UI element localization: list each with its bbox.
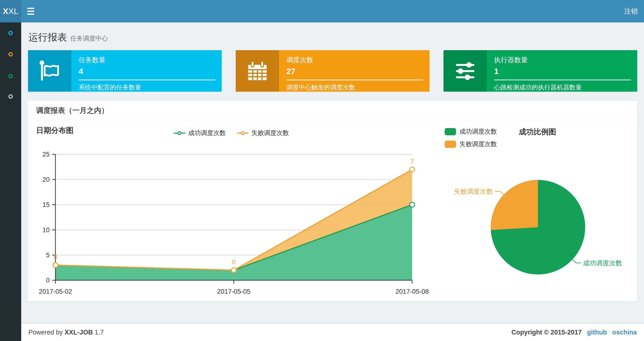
oschina-link[interactable]: oschina [612, 329, 637, 336]
sidebar-item-3[interactable] [0, 69, 21, 84]
pie-chart-title: 成功比例图 [508, 127, 566, 137]
line-area-chart[interactable]: 05101520252017-05-022017-05-052017-05-08… [29, 135, 434, 304]
divider [78, 80, 216, 80]
y-tick-label: 15 [42, 201, 50, 208]
app-logo[interactable]: XXL [0, 0, 21, 23]
pie-legend-item-fail[interactable]: 失败调度次数 [445, 140, 497, 148]
pie-label-line [572, 260, 581, 263]
circle-o-icon [8, 94, 13, 99]
pie-legend-item-success[interactable]: 成功调度次数 [445, 127, 497, 136]
circle-o-icon [8, 74, 13, 78]
calendar-icon [236, 50, 279, 92]
divider [494, 80, 631, 80]
powered-by: Powered by XXL-JOB 1.7 [28, 329, 104, 336]
logo-bold: X [3, 7, 8, 16]
stat-card-content: 执行器数量 1 心跳检测成功的执行器机器数量 [487, 50, 637, 92]
sidebar-toggle-button[interactable] [21, 0, 40, 23]
stat-card-value: 4 [78, 67, 216, 76]
point-label: 0 [54, 253, 57, 261]
page-subtitle: 任务调度中心 [70, 35, 108, 42]
sidebar-item-4[interactable] [0, 89, 21, 104]
panel-title: 调度报表（一月之内） [28, 101, 637, 120]
y-tick-label: 5 [46, 251, 50, 259]
pie-slice-label: 成功调度次数 [583, 259, 622, 267]
stat-card-title: 任务数量 [78, 56, 216, 65]
brand-name: XXL-JOB [64, 329, 93, 336]
flag-icon [28, 50, 71, 92]
stat-card-executors: 执行器数量 1 心跳检测成功的执行器机器数量 [444, 50, 637, 92]
y-tick-label: 0 [46, 277, 50, 284]
line-series-icon [174, 133, 185, 134]
version: 1.7 [95, 329, 104, 336]
marker-fail [232, 268, 236, 272]
circle-o-icon [8, 31, 13, 35]
footer: Powered by XXL-JOB 1.7 Copyright © 2015-… [21, 323, 644, 341]
stat-card-desc: 调度中心触发的调度次数 [286, 83, 423, 92]
pie-slice [491, 180, 538, 230]
stat-card-value: 27 [286, 67, 423, 76]
stat-card-content: 调度次数 27 调度中心触发的调度次数 [279, 50, 430, 92]
y-tick-label: 20 [42, 176, 50, 183]
marker-fail [410, 167, 414, 172]
point-label: 0 [232, 258, 236, 266]
point-label: 7 [410, 158, 414, 165]
navbar-right: 注销 [618, 0, 644, 23]
logout-link[interactable]: 注销 [618, 0, 644, 23]
hamburger-icon [27, 8, 34, 9]
stat-card-triggers: 调度次数 27 调度中心触发的调度次数 [236, 50, 430, 92]
sidebar-item-1[interactable] [0, 25, 21, 41]
stat-card-desc: 系统中配置的任务数量 [78, 83, 216, 92]
copyright: Copyright © 2015-2017 github oschina [512, 329, 637, 336]
github-link[interactable]: github [587, 329, 607, 336]
sliders-icon [444, 50, 487, 92]
sidebar-item-2[interactable] [0, 47, 21, 62]
logo-rest: XL [8, 7, 18, 16]
y-tick-label: 25 [42, 151, 50, 158]
x-tick-label: 2017-05-02 [39, 288, 72, 295]
content-header: 运行报表任务调度中心 [21, 23, 644, 50]
swatch-icon [445, 141, 456, 148]
marker-fail [53, 263, 58, 267]
stat-card-jobs: 任务数量 4 系统中配置的任务数量 [28, 50, 222, 92]
x-tick-label: 2017-05-08 [396, 288, 429, 295]
stat-card-content: 任务数量 4 系统中配置的任务数量 [71, 50, 222, 92]
content-wrapper: 运行报表任务调度中心 任务数量 4 系统中配置的任务数量 [21, 23, 644, 301]
x-tick-label: 2017-05-05 [217, 288, 250, 295]
stat-card-desc: 心跳检测成功的执行器机器数量 [494, 83, 631, 92]
pie-chart-legend: 成功调度次数 失败调度次数 [445, 127, 497, 152]
pie-legend-label: 成功调度次数 [460, 127, 497, 136]
swatch-icon [445, 128, 456, 135]
pie-slice-label: 失败调度次数 [454, 188, 493, 195]
sidebar [0, 23, 21, 341]
page-title: 运行报表 [28, 32, 67, 43]
stat-cards-row: 任务数量 4 系统中配置的任务数量 [21, 50, 644, 92]
divider [286, 80, 423, 80]
top-navbar: XXL 注销 [0, 0, 644, 23]
stat-card-title: 调度次数 [286, 56, 423, 65]
pie-label-line [495, 191, 504, 195]
circle-o-icon [8, 52, 13, 57]
pie-legend-label: 失败调度次数 [460, 140, 497, 148]
stat-card-value: 1 [494, 67, 631, 76]
y-tick-label: 10 [42, 226, 50, 234]
line-series-icon [237, 133, 248, 134]
report-panel: 调度报表（一月之内） 日期分布图 成功调度次数 失败调度次数 051015202… [28, 101, 637, 301]
pie-chart[interactable]: 成功调度次数失败调度次数 [441, 166, 641, 300]
marker-success [410, 202, 414, 207]
stat-card-title: 执行器数量 [494, 56, 631, 65]
